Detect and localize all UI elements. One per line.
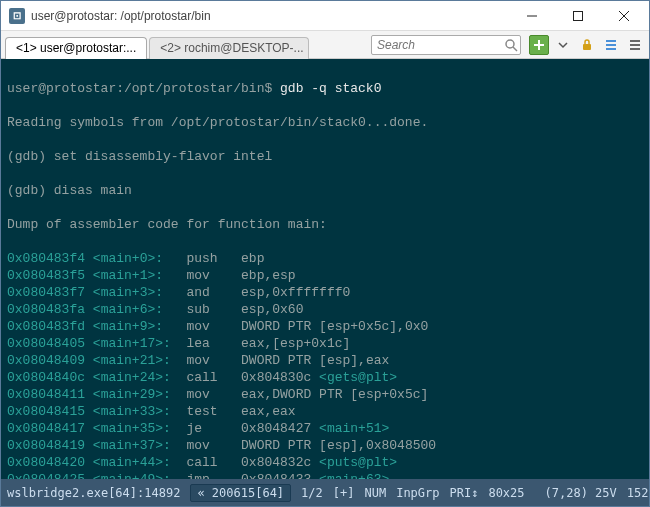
asm-arg-symbol: <main+51>: [319, 421, 389, 436]
status-process: wslbridge2.exe[64]:14892: [7, 486, 180, 500]
asm-mnemonic: call 0x804832c: [186, 455, 319, 470]
asm-line: 0x08048409 <main+21>: mov DWORD PTR [esp…: [7, 352, 643, 369]
prompt-path: user@protostar:/opt/protostar/bin$: [7, 81, 280, 96]
svg-line-5: [513, 47, 517, 51]
menu-button[interactable]: [625, 35, 645, 55]
asm-symbol: <main+17>:: [93, 336, 187, 351]
output-line: (gdb) set disassembly-flavor intel: [7, 148, 643, 165]
asm-line: 0x080483fd <main+9>: mov DWORD PTR [esp+…: [7, 318, 643, 335]
asm-line: 0x08048415 <main+33>: test eax,eax: [7, 403, 643, 420]
status-mem: 15272/12608: [627, 486, 650, 500]
asm-mnemonic: jmp 0x8048433: [186, 472, 319, 479]
svg-rect-8: [583, 44, 591, 50]
asm-symbol: <main+37>:: [93, 438, 187, 453]
status-history-button[interactable]: « 200615[64]: [190, 484, 291, 502]
window-titlebar: ⊡ user@protostar: /opt/protostar/bin: [1, 1, 649, 31]
asm-address: 0x08048409: [7, 353, 93, 368]
asm-line: 0x08048411 <main+29>: mov eax,DWORD PTR …: [7, 386, 643, 403]
asm-line: 0x080483fa <main+6>: sub esp,0x60: [7, 301, 643, 318]
asm-mnemonic: mov DWORD PTR [esp],0x8048500: [186, 438, 436, 453]
output-line: Reading symbols from /opt/protostar/bin/…: [7, 114, 643, 131]
asm-mnemonic: mov DWORD PTR [esp+0x5c],0x0: [186, 319, 428, 334]
output-line: (gdb) disas main: [7, 182, 643, 199]
asm-address: 0x08048425: [7, 472, 93, 479]
close-button[interactable]: [601, 1, 647, 31]
terminal-output[interactable]: user@protostar:/opt/protostar/bin$ gdb -…: [1, 59, 649, 479]
chevron-down-icon: [558, 40, 568, 50]
statusbar: wslbridge2.exe[64]:14892 « 200615[64] 1/…: [1, 479, 649, 507]
asm-symbol: <main+44>:: [93, 455, 187, 470]
asm-line: 0x080483f5 <main+1>: mov ebp,esp: [7, 267, 643, 284]
asm-symbol: <main+21>:: [93, 353, 187, 368]
asm-symbol: <main+24>:: [93, 370, 187, 385]
asm-line: 0x080483f4 <main+0>: push ebp: [7, 250, 643, 267]
asm-line: 0x08048419 <main+37>: mov DWORD PTR [esp…: [7, 437, 643, 454]
new-tab-button[interactable]: [529, 35, 549, 55]
asm-address: 0x08048415: [7, 404, 93, 419]
asm-line: 0x08048420 <main+44>: call 0x804832c <pu…: [7, 454, 643, 471]
command-text: gdb -q stack0: [280, 81, 381, 96]
asm-address: 0x08048420: [7, 455, 93, 470]
output-line: Dump of assembler code for function main…: [7, 216, 643, 233]
asm-mnemonic: push ebp: [186, 251, 264, 266]
lock-button[interactable]: [577, 35, 597, 55]
asm-mnemonic: mov ebp,esp: [186, 268, 295, 283]
asm-address: 0x080483fa: [7, 302, 93, 317]
asm-address: 0x08048405: [7, 336, 93, 351]
asm-symbol: <main+9>:: [93, 319, 187, 334]
lock-icon: [580, 38, 594, 52]
menu-icon: [628, 38, 642, 52]
search-wrap: [371, 35, 521, 55]
asm-line: 0x08048425 <main+49>: jmp 0x8048433 <mai…: [7, 471, 643, 479]
status-size: 80x25: [488, 486, 524, 500]
asm-mnemonic: je 0x8048427: [186, 421, 319, 436]
asm-arg-symbol: <main+63>: [319, 472, 389, 479]
asm-address: 0x080483f4: [7, 251, 93, 266]
toolbar: <1> user@protostar:... <2> rochim@DESKTO…: [1, 31, 649, 59]
app-icon: ⊡: [9, 8, 25, 24]
tab-active[interactable]: <1> user@protostar:...: [5, 37, 147, 59]
asm-line: 0x08048405 <main+17>: lea eax,[esp+0x1c]: [7, 335, 643, 352]
list-icon: [604, 38, 618, 52]
status-pane: 1/2: [301, 486, 323, 500]
asm-address: 0x08048419: [7, 438, 93, 453]
status-cursor: (7,28) 25V: [545, 486, 617, 500]
search-icon: [504, 38, 518, 52]
dropdown-button[interactable]: [553, 35, 573, 55]
asm-symbol: <main+29>:: [93, 387, 187, 402]
asm-symbol: <main+35>:: [93, 421, 187, 436]
asm-symbol: <main+6>:: [93, 302, 187, 317]
asm-mnemonic: test eax,eax: [186, 404, 295, 419]
asm-line: 0x080483f7 <main+3>: and esp,0xfffffff0: [7, 284, 643, 301]
status-inpgrp: InpGrp: [396, 486, 439, 500]
asm-line: 0x0804840c <main+24>: call 0x804830c <ge…: [7, 369, 643, 386]
asm-mnemonic: mov DWORD PTR [esp],eax: [186, 353, 389, 368]
asm-arg-symbol: <puts@plt>: [319, 455, 397, 470]
asm-mnemonic: sub esp,0x60: [186, 302, 303, 317]
asm-address: 0x0804840c: [7, 370, 93, 385]
search-input[interactable]: [371, 35, 521, 55]
status-num: NUM: [364, 486, 386, 500]
asm-symbol: <main+3>:: [93, 285, 187, 300]
asm-mnemonic: call 0x804830c: [186, 370, 319, 385]
minimize-button[interactable]: [509, 1, 555, 31]
asm-symbol: <main+1>:: [93, 268, 187, 283]
asm-address: 0x080483f7: [7, 285, 93, 300]
asm-arg-symbol: <gets@plt>: [319, 370, 397, 385]
status-plus: [+]: [333, 486, 355, 500]
asm-address: 0x08048417: [7, 421, 93, 436]
asm-symbol: <main+33>:: [93, 404, 187, 419]
disassembly-block: 0x080483f4 <main+0>: push ebp0x080483f5 …: [7, 250, 643, 479]
asm-symbol: <main+0>:: [93, 251, 187, 266]
status-pri: PRI↕: [450, 486, 479, 500]
asm-mnemonic: lea eax,[esp+0x1c]: [186, 336, 350, 351]
svg-rect-1: [574, 11, 583, 20]
asm-line: 0x08048417 <main+35>: je 0x8048427 <main…: [7, 420, 643, 437]
asm-address: 0x080483f5: [7, 268, 93, 283]
list-view-button[interactable]: [601, 35, 621, 55]
tab-inactive[interactable]: <2> rochim@DESKTOP-...: [149, 37, 309, 59]
asm-address: 0x08048411: [7, 387, 93, 402]
svg-point-4: [506, 40, 514, 48]
maximize-button[interactable]: [555, 1, 601, 31]
asm-symbol: <main+49>:: [93, 472, 187, 479]
